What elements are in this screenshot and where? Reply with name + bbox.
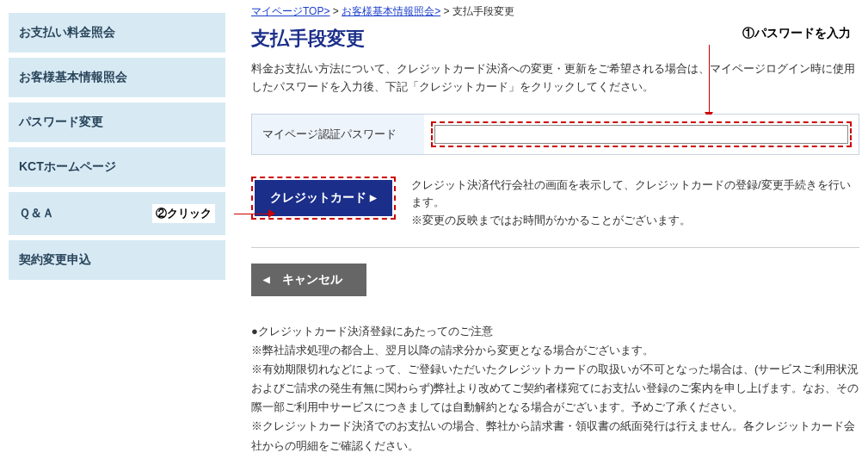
annotation-dashed-input: [431, 121, 852, 147]
breadcrumb-current: 支払手段変更: [452, 5, 514, 17]
cancel-button-label: キャンセル: [282, 272, 342, 288]
breadcrumb: マイページTOP> > お客様基本情報照会> > 支払手段変更: [251, 4, 859, 19]
sidebar-item-contract-change[interactable]: 契約変更申込: [9, 240, 225, 280]
breadcrumb-link-top[interactable]: マイページTOP>: [251, 5, 329, 17]
sidebar-item-qa[interactable]: Ｑ＆Ａ ②クリック: [9, 192, 225, 235]
annotation-step2: ②クリック: [152, 204, 215, 223]
breadcrumb-sep: >: [333, 5, 342, 17]
annotation-step1: ①パスワードを入力: [742, 26, 851, 41]
page-title: 支払手段変更: [251, 26, 365, 52]
arrow-right-icon: [234, 209, 275, 218]
password-label: マイページ認証パスワード: [252, 115, 424, 154]
notice-line: ※有効期限切れなどによって、ご登録いただいたクレジットカードの取扱いが不可となっ…: [251, 360, 859, 417]
sidebar: お支払い料金照会 お客様基本情報照会 パスワード変更 KCTホームページ Ｑ＆Ａ…: [0, 0, 225, 285]
sidebar-item-customer-info[interactable]: お客様基本情報照会: [9, 58, 225, 97]
chevron-right-icon: ▶: [370, 193, 377, 202]
cancel-button[interactable]: ◀ キャンセル: [251, 264, 366, 296]
breadcrumb-link-info[interactable]: お客様基本情報照会>: [342, 5, 440, 17]
password-row: マイページ認証パスワード: [251, 114, 859, 155]
password-input[interactable]: [434, 125, 848, 144]
breadcrumb-sep: >: [444, 5, 452, 17]
credit-card-button[interactable]: クレジットカード ▶: [255, 180, 392, 216]
notice-block: ●クレジットカード決済登録にあたってのご注意 ※弊社請求処理の都合上、翌月以降の…: [251, 322, 859, 456]
credit-card-description: クレジット決済代行会社の画面を表示して、クレジットカードの登録/変更手続きを行い…: [411, 177, 859, 230]
main-content: マイページTOP> > お客様基本情報照会> > 支払手段変更 支払手段変更 ①…: [225, 0, 868, 459]
sidebar-item-password-change[interactable]: パスワード変更: [9, 102, 225, 142]
cc-desc-line2: ※変更の反映まではお時間がかかることがございます。: [411, 212, 859, 230]
intro-text: 料金お支払い方法について、クレジットカード決済への変更・更新をご希望される場合は…: [251, 60, 859, 96]
notice-line: ※クレジットカード決済でのお支払いの場合、弊社から請求書・領収書の紙面発行は行え…: [251, 417, 859, 455]
sidebar-item-payment-inquiry[interactable]: お支払い料金照会: [9, 13, 225, 53]
credit-card-button-label: クレジットカード: [270, 190, 366, 206]
sidebar-item-kct-homepage[interactable]: KCTホームページ: [9, 147, 225, 187]
cc-desc-line1: クレジット決済代行会社の画面を表示して、クレジットカードの登録/変更手続きを行い…: [411, 177, 859, 213]
notice-line: ※弊社請求処理の都合上、翌月以降の請求分から変更となる場合がございます。: [251, 341, 859, 360]
chevron-left-icon: ◀: [263, 275, 270, 284]
arrow-down-icon: [705, 45, 713, 119]
sidebar-item-label: Ｑ＆Ａ: [19, 206, 54, 221]
notice-heading: ●クレジットカード決済登録にあたってのご注意: [251, 322, 859, 341]
divider: [251, 247, 859, 248]
